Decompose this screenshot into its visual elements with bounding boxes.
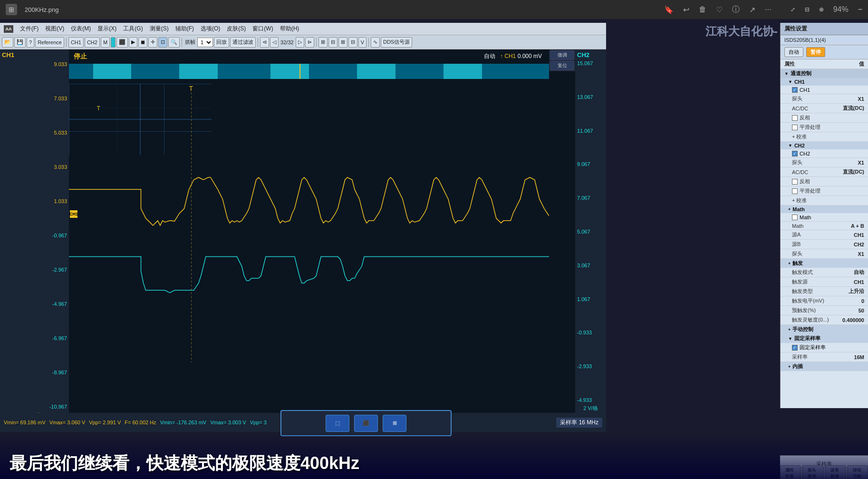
y-val-ch1-4: 1.033 — [2, 198, 67, 204]
fixed-sample-label: 固定采样率 — [794, 335, 820, 342]
pretrigger-label: 预触发(%) — [792, 307, 816, 314]
tb-save-btn[interactable]: 💾 — [14, 37, 26, 48]
mode-auto-btn[interactable]: 自动 — [784, 47, 803, 57]
ch1-section-header[interactable]: ▼ CH1 — [781, 78, 868, 86]
menu-file[interactable]: 文件(F) — [17, 24, 41, 34]
popup-btn-1[interactable]: ⬚ — [326, 415, 349, 432]
ch1-freq-val: 60.002 Hz — [132, 420, 156, 425]
fine-btn[interactable]: 微调 — [550, 50, 574, 60]
info-icon[interactable]: ⓘ — [732, 5, 740, 15]
tb-reference[interactable]: Reference — [35, 37, 64, 48]
zoom-icon[interactable]: ⊕ — [819, 6, 824, 13]
ch2-section-header[interactable]: ▼ CH2 — [781, 142, 868, 149]
menu-display[interactable]: 显示(X) — [95, 24, 119, 34]
tb-filter-btn[interactable]: 通过滤波 — [230, 37, 256, 48]
tb-stop-btn[interactable]: ⬛ — [116, 37, 128, 48]
menu-instrument[interactable]: 仪表(M) — [68, 24, 94, 34]
menu-view[interactable]: 视图(V) — [42, 24, 67, 34]
ch2-checkbox[interactable]: ✓ CH2 — [792, 151, 810, 156]
manual-section-label: 手动控制 — [792, 326, 813, 333]
menu-measure[interactable]: 测量(S) — [147, 24, 172, 34]
tb-stop2-btn[interactable]: ⊟ — [328, 37, 338, 48]
popup-btn-2[interactable]: ⬛ — [354, 415, 378, 432]
toolbar-separator-1 — [66, 38, 67, 47]
tb-help-btn[interactable]: ? — [27, 37, 34, 48]
trigger-type-label: 触发类型 — [792, 288, 813, 295]
bookmark-icon[interactable]: 🔖 — [664, 5, 674, 14]
channel-control-header[interactable]: ▼ 通道控制 — [781, 69, 868, 78]
refresh-icon[interactable]: ↩ — [683, 5, 689, 14]
tb-run-btn[interactable]: ▶ — [129, 37, 137, 48]
tb-fwd-btn[interactable]: ▷ — [296, 37, 304, 48]
ch1-checkbox[interactable]: ✓ CH1 — [792, 87, 810, 93]
ch1-calibrate-label: + 校准 — [792, 133, 807, 140]
tb-ch2-btn[interactable]: CH2 — [85, 37, 100, 48]
menu-window[interactable]: 窗口(W) — [250, 24, 276, 34]
ch1-smooth-checkbox[interactable] — [792, 125, 798, 130]
math-checkbox[interactable]: Math — [792, 215, 811, 220]
tb-open-btn[interactable]: 📂 — [2, 37, 13, 48]
tb-play-btn[interactable]: ⊟ — [348, 37, 357, 48]
tb-math-btn[interactable]: M — [101, 37, 110, 48]
ch2-smooth-checkbox[interactable] — [792, 188, 798, 194]
ch1-invert-checkbox[interactable] — [792, 115, 798, 121]
more-icon[interactable]: ··· — [765, 5, 771, 14]
interpolation-header[interactable]: + 内插 — [781, 362, 868, 371]
manual-section-header[interactable]: + 手动控制 — [781, 325, 868, 334]
math-srcb-label: 源B — [792, 241, 800, 248]
ch1-smooth-label: 平滑处理 — [800, 124, 820, 131]
ch1-invert-cb[interactable]: 反相 — [792, 114, 810, 121]
menu-assist[interactable]: 辅助(F) — [173, 24, 197, 34]
menu-help[interactable]: 帮助(H) — [277, 24, 302, 34]
tb-v-btn[interactable]: V — [358, 37, 366, 48]
tb-single-btn[interactable]: ◼ — [138, 37, 147, 48]
ch2-invert-row: 反相 — [781, 177, 868, 186]
tb-color-btn[interactable] — [111, 37, 116, 48]
trash-icon[interactable]: 🗑 — [699, 5, 706, 14]
tb-capture-select[interactable]: 1 — [197, 38, 213, 47]
fixed-sample-cb[interactable]: ✓ — [792, 345, 798, 351]
tb-next-btn[interactable]: ⊳ — [305, 37, 314, 48]
ch1-smooth-cb[interactable]: 平滑处理 — [792, 124, 820, 131]
ch1-cb[interactable]: ✓ — [792, 87, 798, 93]
tb-view-btn[interactable]: ⊞ — [338, 37, 347, 48]
tb-ch1-btn[interactable]: CH1 — [68, 37, 84, 48]
ch2-smooth-cb[interactable]: 平滑处理 — [792, 187, 820, 195]
tb-playback-btn[interactable]: 回放 — [214, 37, 229, 48]
tb-select-btn[interactable]: ⊡ — [158, 37, 167, 48]
expand-icon[interactable]: ⤢ — [791, 6, 795, 13]
ch2-cb[interactable]: ✓ — [792, 151, 798, 156]
collapse-icon-ch: ▼ — [784, 71, 789, 76]
fixed-sample-checkbox[interactable]: ✓ 固定采样率 — [792, 344, 826, 351]
minimize-window-icon[interactable]: ⊟ — [805, 6, 810, 13]
fixed-sample-header[interactable]: ▼ 固定采样率 — [781, 334, 868, 343]
sample-rate-prop-val: 16M — [854, 354, 864, 360]
ch2-invert-cb[interactable]: 反相 — [792, 178, 810, 185]
reset-btn[interactable]: 复位 — [550, 61, 574, 70]
math-formula-val: A + B — [851, 223, 864, 229]
popup-btn-3[interactable]: ⊞ — [383, 415, 406, 432]
minimize-icon[interactable]: − — [858, 5, 862, 14]
menu-skin[interactable]: 皮肤(S) — [224, 24, 249, 34]
props-col-headers: 属性 值 — [781, 59, 868, 69]
menu-options[interactable]: 选项(O) — [198, 24, 223, 34]
math-cb[interactable] — [792, 215, 798, 220]
math-section-header[interactable]: + Math — [781, 205, 868, 213]
tb-cursor-btn[interactable]: ✛ — [148, 37, 157, 48]
nav-bar[interactable] — [69, 64, 549, 79]
tb-wave-btn[interactable]: ∿ — [371, 37, 380, 48]
tb-prev-btn[interactable]: ⊲ — [260, 37, 269, 48]
ch2-invert-checkbox[interactable] — [792, 179, 798, 185]
mode-pause-btn[interactable]: 暂停 — [806, 47, 825, 57]
heart-icon[interactable]: ♡ — [716, 5, 723, 14]
ch1-cb-label: CH1 — [800, 87, 810, 93]
trigger-section-header[interactable]: + 触发 — [781, 259, 868, 268]
share-icon[interactable]: ↗ — [749, 5, 755, 14]
tb-zoom-btn[interactable]: 🔍 — [168, 37, 180, 48]
tb-back-btn[interactable]: ◁ — [270, 37, 279, 48]
menu-tools[interactable]: 工具(G) — [120, 24, 145, 34]
logo-text: AA — [6, 27, 12, 31]
ch1-acdc-row: AC/DC 直流(DC) — [781, 104, 868, 113]
tb-rec-btn[interactable]: ⊞ — [318, 37, 328, 48]
tb-dds-btn[interactable]: DDS信号源 — [381, 37, 412, 48]
